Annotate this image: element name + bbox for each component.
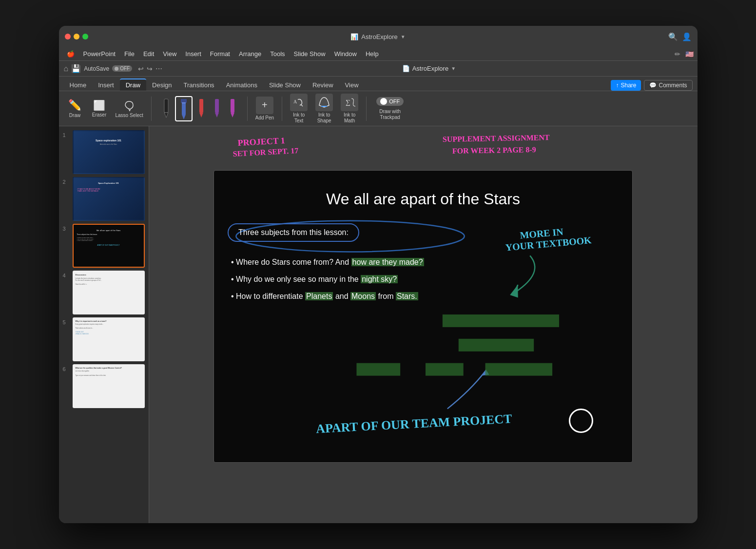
more-icon[interactable]: ⋯ (155, 65, 162, 73)
tab-insert[interactable]: Insert (92, 79, 120, 91)
slide-thumb-5[interactable]: Why it is important to work as a team? E… (73, 317, 145, 361)
trackpad-state: OFF (389, 98, 400, 104)
draw-trackpad-tool[interactable]: OFF Draw withTrackpad (371, 95, 408, 122)
undo-icon[interactable]: ↩ (138, 65, 144, 73)
pen-blue[interactable] (175, 96, 193, 121)
menu-arrange[interactable]: Arrange (235, 49, 265, 59)
pen-red[interactable] (194, 98, 208, 119)
eraser-icon: ⬜ (93, 99, 105, 111)
menu-insert[interactable]: Insert (181, 49, 205, 59)
slide-number-4: 4 (63, 271, 70, 278)
slide-thumb-4[interactable]: Discussion: Let take the time to introdu… (73, 271, 145, 314)
tab-animations[interactable]: Animations (220, 79, 263, 91)
main-slide[interactable]: We all are apart of the Stars MORE IN YO… (213, 170, 633, 463)
pen-pink-icon (226, 98, 239, 119)
ink-text-svg: A (292, 96, 306, 109)
slide-item-1[interactable]: 1 Space exploration 101 Asteroids was to… (63, 130, 145, 174)
menu-slideshow[interactable]: Slide Show (290, 49, 330, 59)
svg-text:MORE IN: MORE IN (520, 226, 564, 241)
slide-item-4[interactable]: 4 Discussion: Let take the time to intro… (63, 271, 145, 314)
autosave-state: OFF (120, 66, 130, 71)
draw-tool[interactable]: ✏️ Draw (64, 97, 86, 120)
circle-cursor (569, 409, 593, 433)
menu-window[interactable]: Window (330, 49, 361, 59)
svg-text:PROJECT 1: PROJECT 1 (237, 136, 285, 148)
separator-4 (366, 97, 367, 121)
lesson-box: Three subjects from this lesson: (228, 223, 359, 242)
bullet-1: • Where do Stars come from? And how are … (231, 254, 424, 271)
tab-draw[interactable]: Draw (120, 78, 146, 91)
ink-to-math-tool[interactable]: ∑ Ink toMath (338, 92, 361, 126)
traffic-lights (65, 34, 88, 39)
menu-file[interactable]: File (120, 49, 138, 59)
svg-marker-2 (164, 113, 168, 118)
slide-item-6[interactable]: 6 What are the qualities that make a goo… (63, 364, 145, 408)
pen-black[interactable] (159, 98, 173, 119)
tab-review[interactable]: Review (307, 79, 339, 91)
pen-purple[interactable] (210, 98, 224, 119)
menu-tools[interactable]: Tools (266, 49, 289, 59)
minimize-button[interactable] (74, 34, 79, 39)
menu-powerpoint[interactable]: PowerPoint (79, 49, 119, 59)
file-name: AstroExplore (412, 65, 448, 72)
mac-window: 📊 AstroExplore ▼ 🔍 👤 🍎 PowerPoint File E… (59, 26, 698, 523)
slide-thumb-1[interactable]: Space exploration 101 Asteroids was to t… (73, 130, 145, 174)
svg-text:FOR WEEK 2 PAGE 8-9: FOR WEEK 2 PAGE 8-9 (452, 145, 536, 155)
pen-color-group (156, 96, 242, 121)
save-icon[interactable]: 💾 (71, 64, 81, 73)
chevron-down-icon: ▼ (401, 34, 406, 39)
lasso-select-tool[interactable]: Lasso Select (113, 97, 146, 120)
ink-to-shape-tool[interactable]: Ink toShape (312, 92, 336, 126)
pencil-icon: ✏️ (68, 99, 81, 112)
ink-to-text-tool[interactable]: A Ink toText (287, 92, 310, 126)
menu-view[interactable]: View (159, 49, 180, 59)
menu-edit[interactable]: Edit (139, 49, 158, 59)
pen-red-icon (194, 98, 208, 119)
menu-format[interactable]: Format (206, 49, 234, 59)
svg-rect-28 (485, 363, 553, 376)
bullet-3: • How to differentiate Planets and Moons… (231, 288, 424, 305)
slide-item-2[interactable]: 2 Space Exploration 101 IT HAS TO BE ABO… (63, 177, 145, 221)
eraser-tool[interactable]: ⬜ Eraser (88, 98, 111, 120)
redo-icon[interactable]: ↪ (147, 65, 153, 73)
tab-transitions[interactable]: Transitions (178, 79, 220, 91)
svg-rect-26 (356, 363, 400, 376)
ink-to-shape-icon (315, 94, 333, 111)
annotation-area: PROJECT 1 SET FOR SEPT. 17 SUPPLEMENT AS… (213, 131, 633, 170)
separator-1 (151, 97, 152, 121)
edit-icon[interactable]: ✏ (675, 50, 680, 58)
comments-button[interactable]: 💬 Comments (644, 80, 692, 91)
tab-slideshow[interactable]: Slide Show (263, 79, 307, 91)
trackpad-toggle[interactable]: OFF (376, 97, 404, 106)
account-icon[interactable]: 👤 (682, 32, 692, 41)
slide-number-6: 6 (63, 364, 70, 372)
svg-text:SET FOR SEPT. 17: SET FOR SEPT. 17 (233, 146, 298, 158)
pen-purple-icon (210, 98, 224, 119)
tab-design[interactable]: Design (146, 79, 177, 91)
slide-thumb-2[interactable]: Space Exploration 101 IT HAS TO BE ABOUT… (73, 177, 145, 221)
autosave-toggle[interactable]: OFF (112, 65, 132, 72)
add-pen-tool[interactable]: + Add Pen (252, 95, 277, 123)
home-icon[interactable]: ⌂ (64, 64, 69, 73)
slide-thumb-6[interactable]: What are the qualities that make a good … (73, 364, 145, 408)
search-icon[interactable]: 🔍 (668, 32, 678, 41)
share-button[interactable]: ↑ Share (611, 80, 641, 91)
slide-item-5[interactable]: 5 Why it is important to work as a team?… (63, 317, 145, 361)
ink-shape-svg (317, 96, 331, 109)
menu-apple[interactable]: 🍎 (63, 49, 78, 59)
svg-marker-5 (182, 115, 186, 119)
comments-icon: 💬 (649, 82, 657, 89)
app-icon: 📊 (350, 33, 358, 40)
slide-thumb-3[interactable]: We all are apart of the Stars Three subj… (73, 224, 145, 268)
close-button[interactable] (65, 34, 71, 39)
svg-rect-25 (459, 339, 534, 352)
menu-help[interactable]: Help (362, 49, 383, 59)
add-pen-label: Add Pen (255, 115, 274, 121)
pen-pink[interactable] (226, 98, 239, 119)
fullscreen-button[interactable] (82, 34, 88, 39)
tab-home[interactable]: Home (64, 79, 93, 91)
slide-item-3[interactable]: 3 We all are apart of the Stars Three su… (63, 224, 145, 268)
highlight-5: Stars. (396, 292, 418, 300)
svg-marker-22 (482, 370, 489, 376)
tab-view[interactable]: View (339, 79, 365, 91)
